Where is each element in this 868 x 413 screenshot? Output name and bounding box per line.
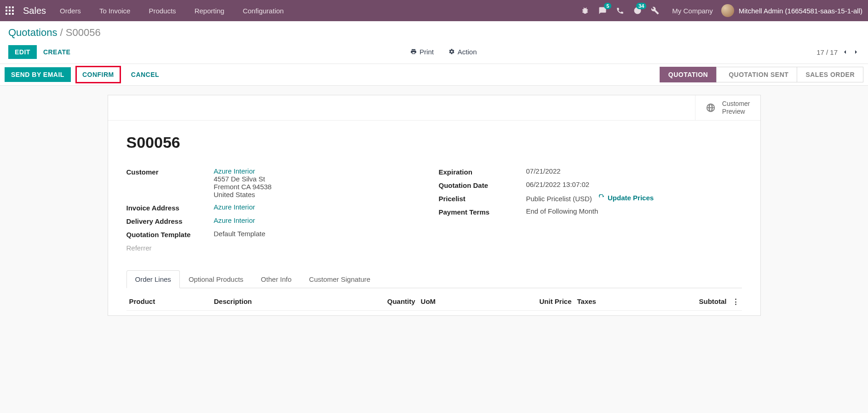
invoice-address-label: Invoice Address	[126, 203, 214, 212]
breadcrumb-current: S00056	[66, 27, 101, 38]
confirm-button[interactable]: CONFIRM	[77, 67, 120, 82]
nav-reporting[interactable]: Reporting	[195, 7, 224, 15]
nav-orders[interactable]: Orders	[60, 7, 81, 15]
control-bar: Quotations / S00056 EDIT CREATE Print Ac…	[0, 21, 868, 64]
col-description: Description	[211, 293, 328, 311]
app-brand[interactable]: Sales	[23, 6, 46, 16]
svg-rect-2	[12, 6, 14, 8]
order-lines-table: Product Description Quantity UoM Unit Pr…	[126, 293, 742, 311]
svg-rect-1	[9, 6, 11, 8]
form-sheet: CustomerPreview S00056 Customer Azure In…	[108, 95, 761, 316]
user-name[interactable]: Mitchell Admin (16654581-saas-15-1-all)	[739, 7, 862, 15]
col-quantity: Quantity	[328, 293, 418, 311]
nav-configuration[interactable]: Configuration	[243, 7, 284, 15]
create-button[interactable]: CREATE	[43, 48, 71, 56]
confirm-highlight: CONFIRM	[75, 66, 121, 83]
svg-rect-3	[6, 10, 7, 12]
svg-rect-8	[12, 13, 14, 15]
quotation-template-value: Default Template	[214, 230, 430, 238]
clock-icon[interactable]: 34	[633, 6, 642, 15]
col-uom: UoM	[418, 293, 473, 311]
breadcrumb-separator: /	[60, 27, 66, 38]
tabs: Order Lines Optional Products Other Info…	[126, 270, 742, 288]
record-name: S00056	[126, 134, 742, 151]
addr-line-1: 4557 De Silva St	[214, 175, 430, 183]
expiration-label: Expiration	[439, 167, 526, 176]
breadcrumb: Quotations / S00056	[8, 27, 860, 39]
update-prices-button[interactable]: Update Prices	[598, 194, 654, 202]
nav-to-invoice[interactable]: To Invoice	[99, 7, 131, 15]
payment-terms-label: Payment Terms	[439, 207, 526, 216]
tab-customer-signature[interactable]: Customer Signature	[300, 270, 379, 288]
svg-rect-5	[12, 10, 14, 12]
discuss-icon[interactable]: 5	[598, 6, 607, 15]
pager-prev[interactable]	[841, 48, 849, 56]
breadcrumb-quotations[interactable]: Quotations	[8, 27, 57, 38]
col-subtotal: Subtotal	[640, 293, 729, 311]
expiration-value: 07/21/2022	[526, 167, 742, 175]
addr-line-2: Fremont CA 94538	[214, 183, 430, 191]
wrench-icon[interactable]	[651, 6, 659, 15]
pricelist-value: Public Pricelist (USD)	[526, 194, 592, 202]
stage-sales-order[interactable]: SALES ORDER	[797, 67, 863, 82]
stages: QUOTATION QUOTATION SENT SALES ORDER	[660, 67, 863, 82]
nav-products[interactable]: Products	[149, 7, 176, 15]
phone-icon[interactable]	[616, 6, 624, 15]
action-button[interactable]: Action	[448, 48, 477, 56]
quotation-date-label: Quotation Date	[439, 180, 526, 189]
company-switcher[interactable]: My Company	[672, 7, 713, 15]
cancel-button[interactable]: CANCEL	[126, 67, 165, 82]
referrer-label: Referrer	[126, 243, 214, 252]
addr-line-3: United States	[214, 191, 430, 198]
print-button[interactable]: Print	[410, 48, 434, 56]
avatar[interactable]	[721, 4, 734, 17]
svg-rect-0	[6, 6, 7, 8]
apps-icon[interactable]	[6, 6, 14, 15]
table-options-icon[interactable]: ⋮	[730, 293, 742, 311]
top-nav: Sales Orders To Invoice Products Reporti…	[0, 0, 868, 21]
edit-button[interactable]: EDIT	[8, 45, 37, 59]
pricelist-label: Pricelist	[439, 194, 526, 203]
svg-rect-6	[6, 13, 7, 15]
activities-badge: 34	[636, 3, 646, 9]
discuss-badge: 5	[604, 3, 611, 9]
stage-quotation-sent[interactable]: QUOTATION SENT	[716, 67, 797, 82]
svg-rect-7	[9, 13, 11, 15]
quotation-template-label: Quotation Template	[126, 230, 214, 238]
col-unit-price: Unit Price	[473, 293, 574, 311]
pager-next[interactable]	[852, 48, 860, 56]
customer-preview-button[interactable]: CustomerPreview	[695, 95, 760, 120]
globe-icon	[706, 103, 716, 113]
stage-quotation[interactable]: QUOTATION	[660, 67, 717, 82]
send-by-email-button[interactable]: SEND BY EMAIL	[5, 67, 71, 82]
tab-optional-products[interactable]: Optional Products	[180, 270, 252, 288]
pager: 17 / 17	[816, 48, 860, 56]
status-bar: SEND BY EMAIL CONFIRM CANCEL QUOTATION Q…	[0, 64, 868, 86]
tab-order-lines[interactable]: Order Lines	[126, 270, 180, 288]
invoice-address-link[interactable]: Azure Interior	[214, 203, 255, 211]
svg-rect-4	[9, 10, 11, 12]
customer-link[interactable]: Azure Interior	[214, 167, 255, 175]
pager-count: 17 / 17	[816, 48, 838, 56]
col-taxes: Taxes	[575, 293, 641, 311]
delivery-address-link[interactable]: Azure Interior	[214, 216, 255, 224]
payment-terms-value: End of Following Month	[526, 207, 742, 215]
delivery-address-label: Delivery Address	[126, 216, 214, 225]
tab-other-info[interactable]: Other Info	[252, 270, 300, 288]
bug-icon[interactable]	[581, 6, 589, 15]
quotation-date-value: 06/21/2022 13:07:02	[526, 180, 742, 188]
customer-label: Customer	[126, 167, 214, 176]
col-product: Product	[126, 293, 211, 311]
